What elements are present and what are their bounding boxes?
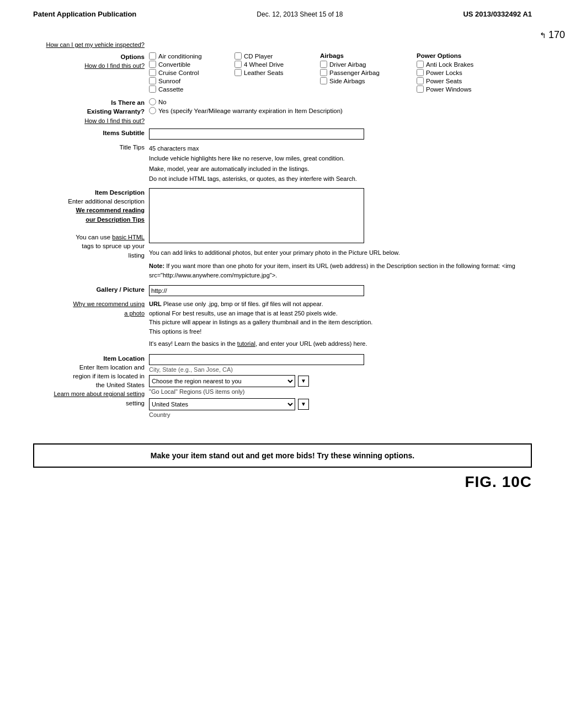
cb-convertible: Convertible [149,61,234,68]
tips-chars: 45 characters max [149,144,532,153]
cb-anti-lock-label: Anti Lock Brakes [426,61,473,68]
subtitle-input[interactable] [149,129,364,140]
url-note2: optional For best results, use an image … [149,309,532,318]
cb-air-conditioning-label: Air conditioning [158,53,202,60]
basic-html-link[interactable]: basic HTML [112,234,145,240]
country-label: Country [149,411,532,418]
tips-2: Make, model, year are automatically incl… [149,164,532,174]
cb-side-airbags-label: Side Airbags [329,78,365,84]
cb-power-windows-input[interactable] [417,85,424,93]
gallery-row: Gallery / Picture [33,285,532,296]
note-text-content: If you want more than one photo for your… [149,263,515,279]
description-tips-link[interactable]: We recommend readingour Description Tips [76,207,145,222]
url-notes-row: Why we recommend usinga photo URL Please… [33,299,532,349]
url-note1-text: Please use only .jpg, bmp or tif files. … [163,301,323,307]
location-placeholder: City, State (e.g., San Jose, CA) [149,366,532,373]
url-note1: URL Please use only .jpg, bmp or tif fil… [149,299,532,309]
description-html-note: You can use basic HTMLtags to spruce up … [76,234,145,258]
how-find-link[interactable]: How do I find this out? [84,62,145,69]
subtitle-label-col: Items Subtitle [33,129,149,137]
country-dropdown-arrow[interactable]: ▼ [298,399,309,410]
location-label-col: Item Location Enter Item location andreg… [33,354,149,408]
cb-anti-lock-input[interactable] [417,61,424,68]
gallery-label-col: Gallery / Picture [33,285,149,294]
cb-sunroof: Sunroof [149,77,234,84]
cb-anti-lock: Anti Lock Brakes [417,61,510,68]
gallery-label: Gallery / Picture [96,286,145,293]
pub-number: US 2013/0332492 A1 [463,10,532,18]
title-tips-label: Title Tips [119,144,145,151]
warranty-no-label: No [158,99,167,105]
options-label: Options [121,53,145,60]
go-local-label: "Go Local" Regions (US items only) [149,388,532,395]
cb-sunroof-input[interactable] [149,77,156,84]
easy-note: It's easy! Learn the basics in the tutor… [149,339,532,349]
airbags-header: Airbags [320,52,417,59]
location-row: Item Location Enter Item location andreg… [33,354,532,418]
figure-number: 170 [548,29,565,41]
cb-passenger-airbag: Passenger Airbag [320,69,417,76]
fig-label-text: FIG. 10C [465,473,532,490]
description-label-col: Item Description Enter additional descri… [33,188,149,260]
note-bold: Note: [149,263,164,269]
warranty-label: Is There anExisting Warranty? [87,99,145,115]
why-note: This picture will appear in listings as … [149,318,532,327]
title-tips-label-col: Title Tips [33,143,149,152]
why-recommend-link[interactable]: Why we recommend usinga photo [73,301,145,316]
cb-leather-seats-label: Leather Seats [244,69,284,76]
cb-power-seats-input[interactable] [417,77,424,84]
cb-4wd-input[interactable] [234,61,242,68]
url-notes-label-col: Why we recommend usinga photo [33,299,149,318]
chars-max-text: 45 characters max [149,145,199,152]
inspect-link[interactable]: How can I get my vehicle inspected? [46,41,145,48]
figure-ref-170: ↰ 170 [540,29,565,41]
photos-note: You can add links to additional photos, … [149,248,532,258]
tutorial-link[interactable]: tutorial [237,340,255,347]
cb-side-airbags-input[interactable] [320,77,327,84]
warranty-yes-radio: Yes (specify Year/Mileage warranty expir… [149,107,532,114]
learn-regional-link[interactable]: Learn more about regional setting [54,390,145,397]
subtitle-content [149,129,532,140]
cb-leather-seats: Leather Seats [234,69,320,76]
region-select[interactable]: Choose the region nearest to you [149,375,295,387]
warranty-how-find-link[interactable]: How do I find this out? [84,117,145,124]
cb-power-seats-label: Power Seats [426,78,462,84]
gallery-content [149,285,532,296]
url-label: URL [149,301,162,307]
subtitle-label: Items Subtitle [103,130,145,136]
cb-cruise-control-label: Cruise Control [158,69,199,76]
description-row: Item Description Enter additional descri… [33,188,532,280]
cb-cassette-input[interactable] [149,85,156,93]
gallery-url-input[interactable] [149,285,364,296]
options-row: Options How do I find this out? Air cond… [33,52,532,94]
cb-sunroof-label: Sunroof [158,78,180,84]
description-textarea[interactable] [149,188,364,243]
cb-power-locks-input[interactable] [417,69,424,76]
region-dropdown-arrow[interactable]: ▼ [298,376,309,387]
options-col2: CD Player 4 Wheel Drive Leather Seats [234,52,320,94]
options-col1: Air conditioning Convertible Cruise Cont… [149,52,234,94]
cb-driver-airbag-input[interactable] [320,61,327,68]
country-select[interactable]: United States [149,398,295,410]
country-select-row: United States ▼ [149,398,532,410]
cb-power-locks: Power Locks [417,69,510,76]
cb-convertible-input[interactable] [149,61,156,68]
fig-label: FIG. 10C [0,473,565,491]
subtitle-row: Items Subtitle [33,129,532,140]
warranty-yes-input[interactable] [149,107,156,114]
pub-title: Patent Application Publication [33,10,136,18]
cb-cd-player-input[interactable] [234,52,242,60]
title-tips-row: Title Tips 45 characters max Include veh… [33,143,532,184]
img-note: Note: If you want more than one photo fo… [149,261,532,280]
cb-driver-airbag-label: Driver Airbag [329,61,366,68]
location-sublabel: Enter Item location andregion if item is… [73,364,145,388]
cb-leather-seats-input[interactable] [234,69,242,76]
cb-4wd: 4 Wheel Drive [234,61,320,68]
cb-cruise-control-input[interactable] [149,69,156,76]
cb-passenger-airbag-input[interactable] [320,69,327,76]
warranty-no-input[interactable] [149,98,156,105]
cb-air-conditioning-input[interactable] [149,52,156,60]
location-input[interactable] [149,354,364,365]
cb-power-windows: Power Windows [417,85,510,93]
warranty-content: No Yes (specify Year/Mileage warranty ex… [149,98,532,116]
